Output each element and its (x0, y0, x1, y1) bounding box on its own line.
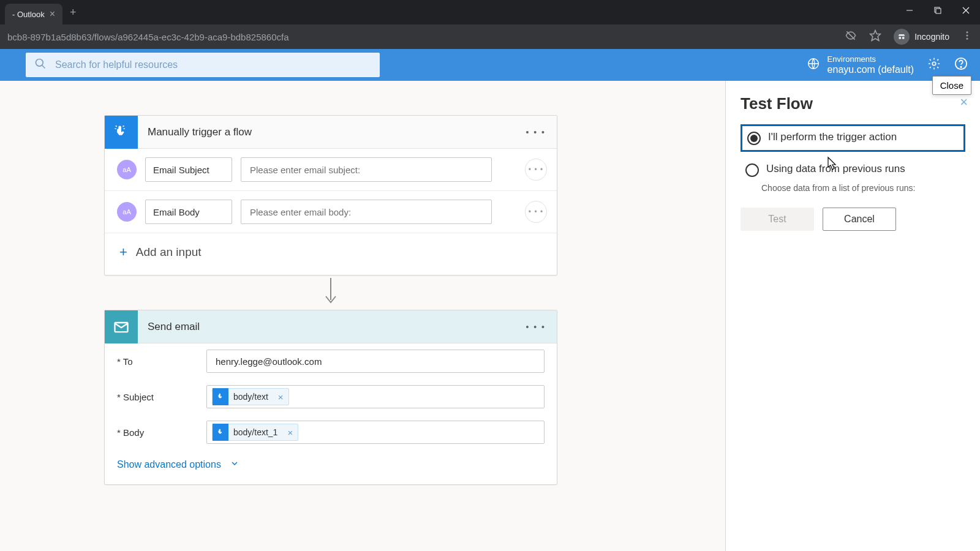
search-placeholder: Search for helpful resources (55, 59, 178, 70)
action-title: Send email (148, 321, 200, 333)
radio-subtext: Choose data from a list of previous runs… (761, 183, 965, 193)
minimize-icon[interactable] (895, 0, 924, 21)
dynamic-token[interactable]: body/text × (212, 388, 289, 405)
field-to: * To henry.legge@outlook.com (105, 343, 557, 379)
close-tooltip: Close (932, 76, 971, 95)
radio-option-manual[interactable]: I'll perform the trigger action (741, 124, 965, 152)
help-icon[interactable] (954, 57, 968, 73)
browser-tab[interactable]: - Outlook × (5, 4, 62, 24)
body-input[interactable]: body/text_1 × (206, 421, 545, 444)
svg-point-9 (967, 31, 968, 33)
card-menu-icon[interactable]: • • • (526, 322, 546, 332)
subject-input[interactable]: body/text × (206, 385, 545, 408)
hand-tap-icon (213, 424, 228, 441)
window-close-icon[interactable] (952, 0, 980, 21)
chevron-down-icon (230, 459, 239, 471)
hand-tap-icon (105, 116, 138, 149)
svg-point-10 (967, 35, 968, 37)
radio-option-previous[interactable]: Using data from previous runs (741, 158, 965, 182)
tab-title: - Outlook (12, 10, 45, 19)
arrow-connector (104, 276, 557, 310)
token-text: body/text_1 (228, 427, 282, 437)
browser-menu-icon[interactable] (962, 30, 973, 43)
field-body: * Body body/text_1 × (105, 414, 557, 450)
svg-point-11 (967, 38, 968, 40)
action-card: Send email • • • * To henry.legge@outloo… (104, 310, 557, 485)
incognito-badge[interactable]: Incognito (894, 29, 949, 45)
field-label: * To (117, 356, 197, 367)
globe-icon (807, 57, 820, 73)
url-bar: bcb8-897b1a5d8b63/flows/a962445a-ec3c-42… (0, 24, 980, 49)
env-label: Environments (827, 54, 914, 64)
token-text: body/text (228, 392, 273, 402)
star-icon[interactable] (869, 29, 881, 44)
svg-point-17 (960, 67, 961, 67)
maximize-icon[interactable] (924, 0, 952, 21)
svg-point-8 (902, 37, 905, 39)
mail-icon (105, 310, 138, 343)
search-input[interactable]: Search for helpful resources (26, 53, 380, 77)
svg-point-12 (36, 59, 43, 67)
incognito-label: Incognito (914, 32, 949, 42)
trigger-title: Manually trigger a flow (148, 126, 252, 138)
radio-label: I'll perform the trigger action (768, 131, 897, 143)
radio-label: Using data from previous runs (766, 163, 905, 175)
new-tab-button[interactable]: + (70, 6, 77, 19)
text-type-icon: aA (117, 202, 137, 222)
url-text[interactable]: bcb8-897b1a5d8b63/flows/a962445a-ec3c-42… (7, 32, 845, 42)
field-subject: * Subject body/text × (105, 379, 557, 414)
eye-off-icon[interactable] (845, 29, 857, 44)
field-label: * Body (117, 427, 197, 438)
radio-icon (745, 163, 759, 177)
show-advanced-toggle[interactable]: Show advanced options (105, 450, 557, 484)
card-menu-icon[interactable]: • • • (526, 127, 546, 137)
input-name-field[interactable]: Email Subject (145, 157, 232, 182)
incognito-icon (894, 29, 910, 45)
plus-icon: + (119, 244, 127, 260)
token-remove-icon[interactable]: × (273, 392, 288, 402)
panel-close-icon[interactable]: × (960, 94, 968, 110)
trigger-card: Manually trigger a flow • • • aA Email S… (104, 115, 557, 276)
cancel-button[interactable]: Cancel (823, 208, 896, 231)
input-name-field[interactable]: Email Body (145, 200, 232, 224)
trigger-header[interactable]: Manually trigger a flow • • • (105, 116, 557, 149)
radio-icon (747, 132, 761, 145)
panel-title: Test Flow (741, 94, 965, 113)
close-icon[interactable]: × (50, 9, 55, 20)
input-prompt-field[interactable]: Please enter email body: (241, 200, 492, 224)
text-type-icon: aA (117, 160, 137, 179)
add-input-label: Add an input (136, 246, 202, 259)
row-menu-icon[interactable]: • • • (525, 201, 547, 223)
action-header[interactable]: Send email • • • (105, 310, 557, 343)
svg-point-15 (932, 62, 936, 66)
show-advanced-label: Show advanced options (117, 459, 221, 470)
input-row-body: aA Email Body Please enter email body: •… (105, 191, 557, 233)
test-flow-panel: Test Flow × I'll perform the trigger act… (725, 81, 980, 551)
to-input[interactable]: henry.legge@outlook.com (206, 350, 545, 373)
svg-point-7 (899, 37, 902, 39)
svg-rect-2 (936, 9, 941, 13)
dynamic-token[interactable]: body/text_1 × (212, 424, 298, 441)
add-input-button[interactable]: + Add an input (105, 233, 557, 275)
gear-icon[interactable] (927, 57, 941, 73)
input-row-subject: aA Email Subject Please enter email subj… (105, 149, 557, 190)
environment-picker[interactable]: Environments enayu.com (default) (807, 54, 914, 76)
svg-line-13 (42, 66, 45, 69)
app-header: Search for helpful resources Environment… (0, 49, 980, 81)
search-icon (34, 58, 47, 72)
env-name: enayu.com (default) (827, 64, 914, 75)
test-button[interactable]: Test (741, 208, 814, 231)
field-label: * Subject (117, 392, 197, 402)
hand-tap-icon (213, 388, 228, 405)
browser-tab-bar: - Outlook × + (0, 0, 980, 24)
input-prompt-field[interactable]: Please enter email subject: (241, 157, 492, 182)
row-menu-icon[interactable]: • • • (525, 159, 547, 181)
token-remove-icon[interactable]: × (282, 427, 298, 438)
svg-marker-6 (870, 31, 881, 41)
